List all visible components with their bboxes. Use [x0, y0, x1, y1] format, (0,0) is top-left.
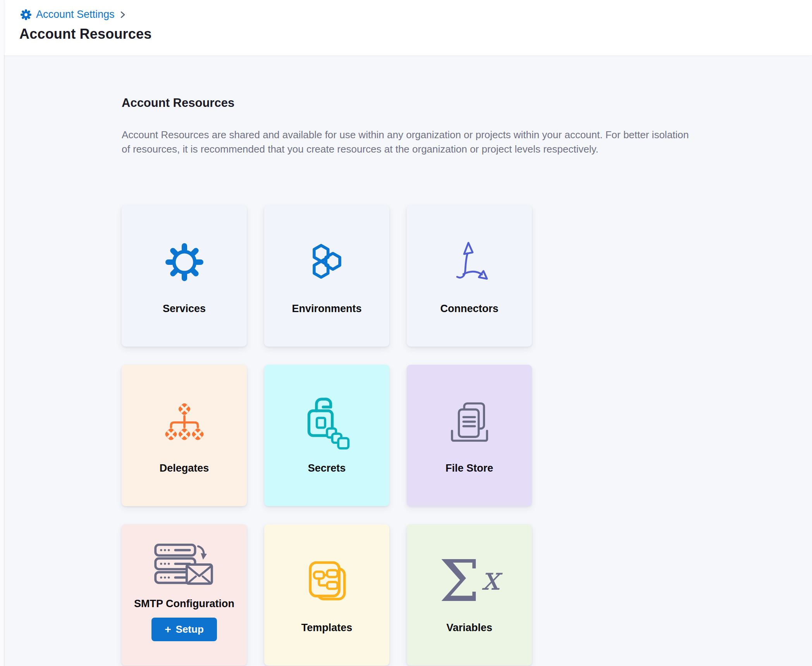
card-connectors[interactable]: Connectors — [407, 205, 532, 347]
section-title: Account Resources — [122, 96, 234, 110]
account-settings-gear-icon — [20, 9, 32, 21]
card-label: Variables — [446, 622, 492, 634]
card-label: Connectors — [440, 303, 498, 315]
stacked-templates-icon — [306, 552, 348, 610]
setup-button[interactable]: + Setup — [151, 618, 217, 641]
sigma-x-icon: Σ x — [439, 552, 499, 610]
sigma-glyph: Σ — [439, 552, 480, 610]
breadcrumb: Account Settings — [20, 9, 126, 21]
account-resources-page: Account Settings Account Resources Accou… — [0, 0, 812, 666]
setup-button-label: Setup — [176, 623, 204, 635]
resource-card-grid: Services Environments — [122, 205, 532, 666]
card-label: Environments — [292, 303, 361, 315]
servers-mail-icon — [153, 541, 216, 592]
chevron-right-icon — [120, 10, 126, 19]
x-glyph: x — [481, 562, 499, 595]
page-title: Account Resources — [19, 26, 152, 43]
card-templates[interactable]: Templates — [264, 524, 389, 666]
breadcrumb-account-settings-link[interactable]: Account Settings — [20, 9, 115, 21]
collapsed-nav-strip — [0, 0, 4, 666]
card-label: Delegates — [160, 462, 209, 474]
card-secrets[interactable]: Secrets — [264, 365, 389, 506]
card-label: Secrets — [308, 462, 346, 474]
card-variables[interactable]: Σ x Variables — [407, 524, 532, 666]
hexagons-icon — [307, 233, 347, 291]
card-label: File Store — [446, 462, 493, 474]
breadcrumb-label: Account Settings — [36, 9, 115, 21]
documents-tray-icon — [447, 393, 492, 451]
card-label: Services — [163, 303, 206, 315]
card-delegates[interactable]: Delegates — [122, 365, 247, 506]
services-gear-icon — [163, 233, 206, 291]
section-description: Account Resources are shared and availab… — [122, 128, 695, 156]
card-services[interactable]: Services — [122, 205, 247, 347]
card-label: Templates — [301, 622, 353, 634]
delegates-tree-icon — [162, 393, 207, 451]
page-header: Account Settings Account Resources — [4, 0, 812, 55]
card-label: SMTP Configuration — [134, 598, 234, 610]
card-file-store[interactable]: File Store — [407, 365, 532, 506]
branch-arrows-icon — [450, 233, 489, 291]
lock-chain-icon — [301, 393, 353, 451]
card-smtp-configuration[interactable]: SMTP Configuration + Setup — [122, 524, 247, 666]
card-environments[interactable]: Environments — [264, 205, 389, 347]
plus-icon: + — [165, 625, 171, 635]
